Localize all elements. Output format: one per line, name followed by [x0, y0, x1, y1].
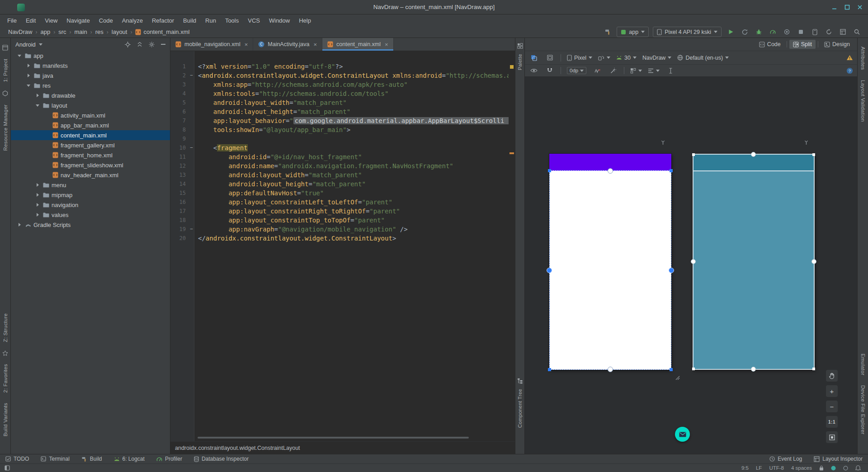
tool-window-button-2-favorites[interactable]: 2: Favorites: [3, 364, 8, 393]
build-hammer-button[interactable]: [603, 27, 613, 37]
debug-button[interactable]: [754, 27, 764, 37]
design-surface-icon[interactable]: [529, 53, 539, 63]
canvas-resize-grip[interactable]: [674, 374, 680, 380]
constraint-anchor[interactable]: [811, 259, 816, 264]
horizontal-scrollbar[interactable]: [198, 437, 469, 439]
apply-changes-button[interactable]: [740, 27, 750, 37]
menu-item-navigate[interactable]: Navigate: [62, 16, 94, 25]
clear-constraints-icon[interactable]: [592, 66, 602, 76]
tree-item-java[interactable]: java: [11, 71, 170, 80]
chevron-down-icon[interactable]: [39, 43, 42, 46]
fold-marker[interactable]: −: [189, 143, 194, 152]
notifications-bell-icon[interactable]: [855, 465, 861, 471]
expander-icon[interactable]: [24, 85, 33, 87]
tree-item-layout[interactable]: layout: [11, 100, 170, 110]
selection-handle[interactable]: [692, 368, 695, 370]
expander-icon[interactable]: [24, 64, 33, 67]
pan-hand-icon[interactable]: [826, 370, 838, 382]
close-tab-icon[interactable]: ×: [313, 41, 317, 48]
tool-window-button-build[interactable]: Build: [81, 456, 102, 462]
constraint-anchor[interactable]: [547, 268, 552, 273]
constraint-anchor[interactable]: [669, 268, 674, 273]
profile-button[interactable]: [768, 27, 778, 37]
file-encoding[interactable]: UTF-8: [769, 465, 784, 471]
project-view-selector[interactable]: Android: [15, 41, 36, 48]
expander-icon[interactable]: [33, 183, 42, 187]
component-tree-tool-button[interactable]: Component Tree: [517, 389, 523, 428]
menu-item-file[interactable]: File: [3, 16, 21, 25]
close-tab-icon[interactable]: ×: [385, 41, 388, 48]
selection-handle[interactable]: [812, 153, 815, 156]
search-everywhere-button[interactable]: [852, 27, 862, 37]
tree-item-fragment-gallery-xml[interactable]: fragment_gallery.xml: [11, 140, 170, 150]
zoom-reset-button[interactable]: 1:1: [826, 416, 838, 428]
menu-item-analyze[interactable]: Analyze: [118, 16, 147, 25]
readonly-lock-icon[interactable]: [819, 465, 824, 471]
menu-item-window[interactable]: Window: [264, 16, 294, 25]
tree-item-app-bar-main-xml[interactable]: app_bar_main.xml: [11, 120, 170, 130]
selection-handle[interactable]: [692, 153, 695, 156]
constraint-anchor[interactable]: [751, 152, 756, 157]
tool-window-button-6-logcat[interactable]: 6: Logcat: [114, 456, 145, 462]
breadcrumb-element[interactable]: androidx.constraintlayout.widget.Constra…: [175, 445, 300, 451]
api-level-selector[interactable]: 30: [616, 55, 637, 61]
tree-item-res[interactable]: res: [11, 80, 170, 90]
breadcrumb-item-layout[interactable]: layout: [112, 28, 127, 35]
selection-handle[interactable]: [670, 368, 673, 371]
guidelines-icon[interactable]: [665, 66, 675, 76]
expander-icon[interactable]: [33, 203, 42, 207]
tool-window-button-build-variants[interactable]: Build Variants: [3, 403, 8, 436]
tool-window-button-event-log[interactable]: Event Log: [769, 456, 802, 462]
menu-item-help[interactable]: Help: [294, 16, 316, 25]
error-stripe[interactable]: [509, 51, 515, 441]
blueprint-icon[interactable]: [545, 53, 555, 63]
tool-window-button-terminal[interactable]: Terminal: [41, 456, 69, 462]
expander-icon[interactable]: [33, 104, 42, 107]
design-canvas[interactable]: + − 1:1: [525, 77, 857, 454]
tool-window-button-profiler[interactable]: Profiler: [156, 456, 182, 462]
pack-controls[interactable]: [630, 68, 642, 74]
sync-project-button[interactable]: [824, 27, 834, 37]
hide-panel-icon[interactable]: [161, 43, 165, 45]
tree-item-drawable[interactable]: drawable: [11, 90, 170, 100]
palette-icon[interactable]: [517, 43, 523, 49]
close-button-icon[interactable]: [857, 5, 863, 10]
tree-item-gradle-scripts[interactable]: Gradle Scripts: [11, 220, 170, 230]
breadcrumb-item-navdraw[interactable]: NavDraw: [8, 28, 32, 35]
menu-item-vcs[interactable]: VCS: [243, 16, 264, 25]
tool-window-button-device-file-explorer[interactable]: Device File Explorer: [860, 385, 866, 434]
selection-handle[interactable]: [812, 368, 815, 370]
warning-mark[interactable]: [510, 65, 514, 69]
tree-item-navigation[interactable]: navigation: [11, 200, 170, 210]
theme-selector[interactable]: NavDraw: [642, 55, 671, 61]
expander-icon[interactable]: [24, 74, 33, 77]
expander-icon[interactable]: [33, 94, 42, 97]
breadcrumb-item-main[interactable]: main: [75, 28, 87, 35]
mode-tab-design[interactable]: Design: [821, 40, 854, 49]
default-margins-selector[interactable]: 0dp: [567, 67, 586, 74]
constraint-anchor[interactable]: [691, 259, 696, 264]
tool-window-button-layout-inspector[interactable]: Layout Inspector: [814, 456, 863, 462]
mode-tab-split[interactable]: Split: [789, 40, 816, 49]
component-tree-icon[interactable]: [517, 378, 523, 384]
breadcrumb-item-res[interactable]: res: [95, 28, 104, 35]
selection-handle[interactable]: [548, 368, 551, 371]
stop-button[interactable]: [796, 27, 806, 37]
collapse-all-icon[interactable]: [137, 42, 142, 47]
locale-selector[interactable]: Default (en-us): [677, 55, 729, 61]
locate-file-icon[interactable]: [125, 42, 131, 47]
device-manager-button[interactable]: [810, 27, 820, 37]
tool-window-button-resource-manager[interactable]: Resource Manager: [3, 104, 8, 151]
constraint-anchor[interactable]: [751, 367, 756, 372]
project-icon[interactable]: [2, 45, 8, 51]
selection-handle[interactable]: [548, 169, 551, 172]
tree-item-app[interactable]: app: [11, 51, 170, 61]
zoom-out-button[interactable]: −: [826, 401, 838, 412]
tool-window-button-attributes[interactable]: Attributes: [860, 47, 866, 70]
editor-tab-content-main-xml[interactable]: content_main.xml×: [322, 38, 394, 51]
constraint-anchor[interactable]: [608, 168, 613, 174]
tree-item-mipmap[interactable]: mipmap: [11, 190, 170, 200]
blueprint-preview[interactable]: [693, 154, 815, 370]
close-tab-icon[interactable]: ×: [245, 41, 248, 48]
device-in-editor-selector[interactable]: Pixel: [567, 55, 592, 61]
